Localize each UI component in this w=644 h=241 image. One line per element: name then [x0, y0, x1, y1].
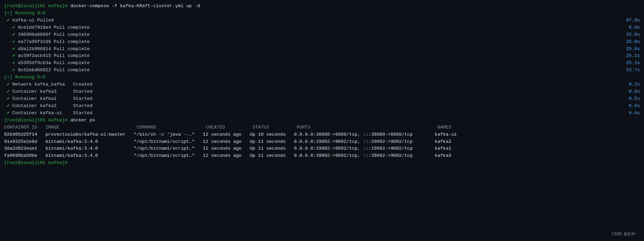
terminal-line: ✔ kafka-ui Pulled97.0s: [4, 17, 640, 24]
line-timing: 25.0s: [619, 46, 640, 53]
line-timing: 25.0s: [619, 39, 640, 46]
terminal-line: fa0696ba50be bitnami/kafka:3.4.0 "/opt/b…: [4, 152, 640, 160]
terminal-line: ✔ 9c52ebd68922 Pull complete53.7s: [4, 67, 640, 74]
line-text: ✔ 396900a6066f Pull complete: [4, 31, 619, 39]
terminal-line: ✔ Container kafka3 Started0.6s: [4, 88, 640, 95]
line-text: ✔ ac59f2acb415 Pull complete: [4, 52, 619, 60]
line-timing: 97.0s: [619, 17, 640, 24]
line-text: ✔ Container kafka-ui Started: [4, 110, 619, 117]
line-timing: 25.1s: [619, 52, 640, 60]
line-timing: 0.5s: [619, 95, 640, 103]
line-timing: 53.7s: [619, 67, 640, 74]
terminal-line: ✔ Container kafka1 Started0.5s: [4, 95, 640, 103]
line-timing: 0.6s: [619, 88, 640, 95]
terminal-line: ✔ 0ce1dd7918a4 Pull complete6.0s: [4, 24, 640, 31]
watermark: CSDN @灵泽~: [612, 231, 637, 237]
line-timing: 0.6s: [619, 110, 640, 117]
terminal: [root@localjt01 kafka]# docker-compose -…: [4, 3, 640, 238]
line-text: ✔ Container kafka1 Started: [4, 95, 619, 103]
terminal-line: [root@localjt01 kafka]# docker ps: [4, 117, 640, 124]
line-text: ✔ d8a12b986814 Pull complete: [4, 46, 619, 53]
terminal-line: ✔ d8a12b986814 Pull complete25.0s: [4, 46, 640, 53]
line-text: ✔ Container kafka3 Started: [4, 88, 619, 95]
line-text: ✔ a5385df9cb3a Pull complete: [4, 60, 619, 67]
terminal-line: CONTAINER ID IMAGE COMMAND CREATED STATU…: [4, 124, 640, 131]
line-text: ✔ 0ce1dd7918a4 Pull complete: [4, 24, 619, 31]
terminal-line: ✔ Network kafka_kafka Created0.2s: [4, 81, 640, 88]
line-text: ✔ ea77a99f32d6 Pull complete: [4, 39, 619, 46]
terminal-line: ✔ Container kafka2 Started0.6s: [4, 103, 640, 110]
terminal-line: [+] Running 5/5: [4, 74, 640, 81]
line-text: ✔ 9c52ebd68922 Pull complete: [4, 67, 619, 74]
terminal-line: ✔ ea77a99f32d6 Pull complete25.0s: [4, 39, 640, 46]
line-timing: 25.1s: [619, 60, 640, 67]
line-timing: 0.2s: [619, 81, 640, 88]
terminal-line: [root@localjt01 kafka]#: [4, 160, 640, 167]
terminal-line: ✔ a5385df9cb3a Pull complete25.1s: [4, 60, 640, 67]
terminal-line: ✔ ac59f2acb415 Pull complete25.1s: [4, 52, 640, 60]
terminal-line: 3da2d923eae1 bitnami/kafka:3.4.0 "/opt/b…: [4, 145, 640, 152]
terminal-line: [+] Running 8/8: [4, 10, 640, 17]
terminal-line: 91e9325e2e8d bitnami/kafka:3.4.0 "/opt/b…: [4, 138, 640, 146]
terminal-line: ✔ Container kafka-ui Started0.6s: [4, 110, 640, 117]
line-timing: 25.0s: [619, 31, 640, 39]
line-text: ✔ Network kafka_kafka Created: [4, 81, 619, 88]
line-timing: 6.0s: [619, 24, 640, 31]
line-text: ✔ Container kafka2 Started: [4, 103, 619, 110]
terminal-line: ✔ 396900a6066f Pull complete25.0s: [4, 31, 640, 39]
terminal-line: [root@localjt01 kafka]# docker-compose -…: [4, 3, 640, 10]
line-text: ✔ kafka-ui Pulled: [4, 17, 619, 24]
line-timing: 0.6s: [619, 103, 640, 110]
terminal-line: 02b985d25f14 provectuslabs/kafka-ui:mast…: [4, 131, 640, 138]
